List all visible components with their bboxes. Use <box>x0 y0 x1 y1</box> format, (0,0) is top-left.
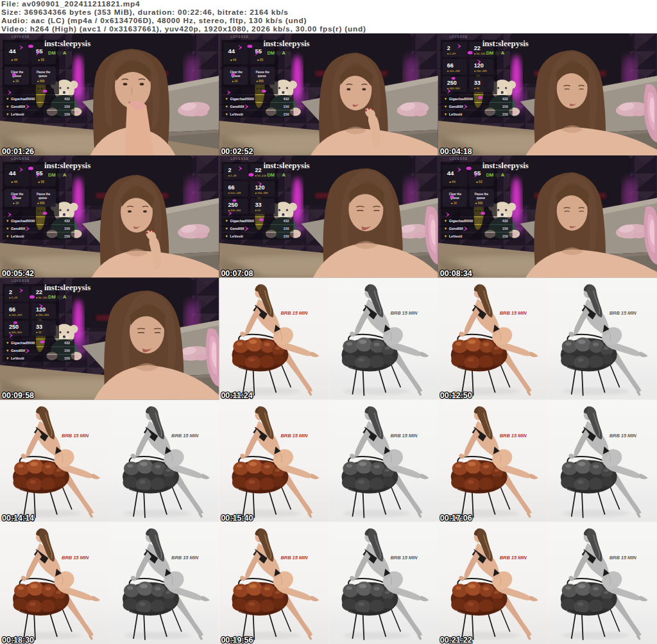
svg-text:00:09:58: 00:09:58 <box>2 391 34 400</box>
svg-text:00:17:06: 00:17:06 <box>440 514 472 523</box>
svg-text:00:07:08: 00:07:08 <box>221 269 253 278</box>
svg-text:00:11:24: 00:11:24 <box>221 391 252 400</box>
svg-text:00:18:30: 00:18:30 <box>2 636 34 644</box>
svg-text:00:15:40: 00:15:40 <box>221 514 253 523</box>
svg-text:00:08:34: 00:08:34 <box>440 269 472 278</box>
svg-text:00:12:50: 00:12:50 <box>440 391 472 400</box>
svg-text:00:04:18: 00:04:18 <box>440 147 472 156</box>
svg-text:00:21:22: 00:21:22 <box>440 636 472 644</box>
svg-text:00:05:42: 00:05:42 <box>2 269 34 278</box>
svg-text:00:02:52: 00:02:52 <box>221 147 253 156</box>
svg-text:00:19:56: 00:19:56 <box>221 636 253 644</box>
svg-text:00:14:14: 00:14:14 <box>2 514 34 523</box>
svg-text:00:01:26: 00:01:26 <box>2 147 34 156</box>
